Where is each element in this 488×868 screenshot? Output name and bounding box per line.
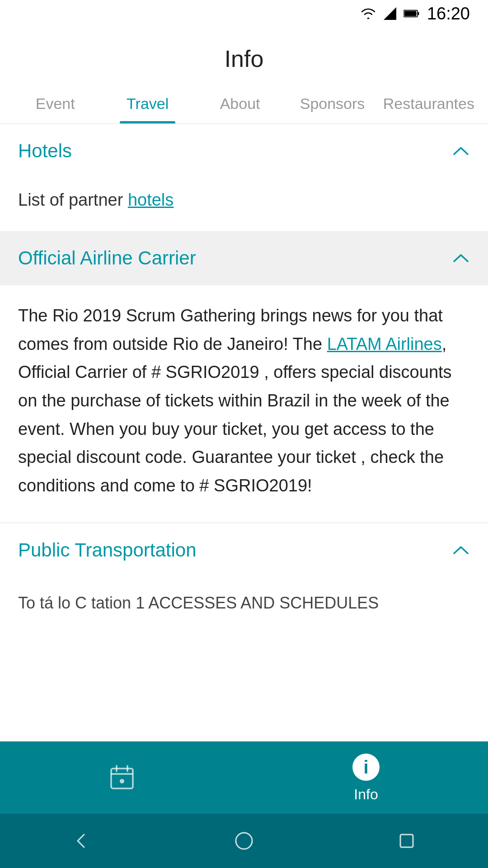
svg-rect-4 — [111, 769, 133, 788]
tab-travel[interactable]: Travel — [101, 86, 193, 123]
svg-text:i: i — [363, 757, 368, 777]
latam-airlines-link[interactable]: LATAM Airlines — [327, 335, 442, 354]
hotels-body: List of partner hotels — [0, 178, 488, 231]
hotels-chevron-icon — [452, 142, 470, 160]
svg-rect-3 — [404, 11, 417, 16]
airline-chevron-icon — [452, 249, 470, 267]
airline-text-post: , Official Carrier of # SGRIO2019 , offe… — [18, 335, 452, 495]
airline-section-header[interactable]: Official Airline Carrier — [0, 231, 488, 285]
tab-bar: Event Travel About Sponsors Restaurantes — [0, 86, 488, 124]
svg-rect-12 — [400, 835, 413, 847]
hotels-partner-text: List of partner hotels — [18, 187, 470, 213]
hotels-link[interactable]: hotels — [128, 190, 174, 209]
nav-info-label: Info — [354, 786, 378, 803]
status-time: 16:20 — [427, 4, 470, 24]
battery-icon — [404, 7, 420, 20]
status-icons: 16:20 — [360, 4, 470, 24]
tab-restaurantes[interactable]: Restaurantes — [379, 86, 479, 123]
public-transport-title: Public Transportation — [18, 539, 197, 561]
public-transport-chevron-icon — [452, 541, 470, 559]
airline-title: Official Airline Carrier — [18, 247, 196, 269]
nav-info[interactable]: i Info — [352, 753, 380, 803]
public-transport-partial: To tá lo C tation 1 ACCESSES AND SCHEDUL… — [0, 577, 488, 613]
public-transport-section-header[interactable]: Public Transportation — [0, 523, 488, 577]
android-nav-bar — [0, 814, 488, 868]
signal-icon — [384, 7, 396, 20]
android-home-button[interactable] — [226, 823, 262, 859]
nav-schedule[interactable] — [108, 763, 136, 792]
android-back-button[interactable] — [63, 823, 99, 859]
info-circle-icon: i — [352, 753, 380, 782]
wifi-icon — [360, 7, 376, 20]
tab-sponsors[interactable]: Sponsors — [286, 86, 378, 123]
airline-text: The Rio 2019 Scrum Gathering brings news… — [18, 302, 470, 500]
hotels-title: Hotels — [18, 140, 72, 162]
svg-rect-2 — [418, 12, 419, 15]
bottom-nav: i Info — [0, 741, 488, 814]
schedule-icon — [108, 763, 136, 792]
svg-marker-0 — [384, 7, 396, 20]
page-title: Info — [0, 27, 488, 86]
svg-point-8 — [120, 779, 124, 783]
svg-point-11 — [236, 833, 252, 849]
hotels-text-prefix: List of partner — [18, 190, 128, 209]
android-recent-button[interactable] — [389, 823, 425, 859]
tab-event[interactable]: Event — [9, 86, 101, 123]
airline-body: The Rio 2019 Scrum Gathering brings news… — [0, 285, 488, 523]
tab-about[interactable]: About — [194, 86, 286, 123]
hotels-section-header[interactable]: Hotels — [0, 124, 488, 178]
status-bar: 16:20 — [0, 0, 488, 27]
